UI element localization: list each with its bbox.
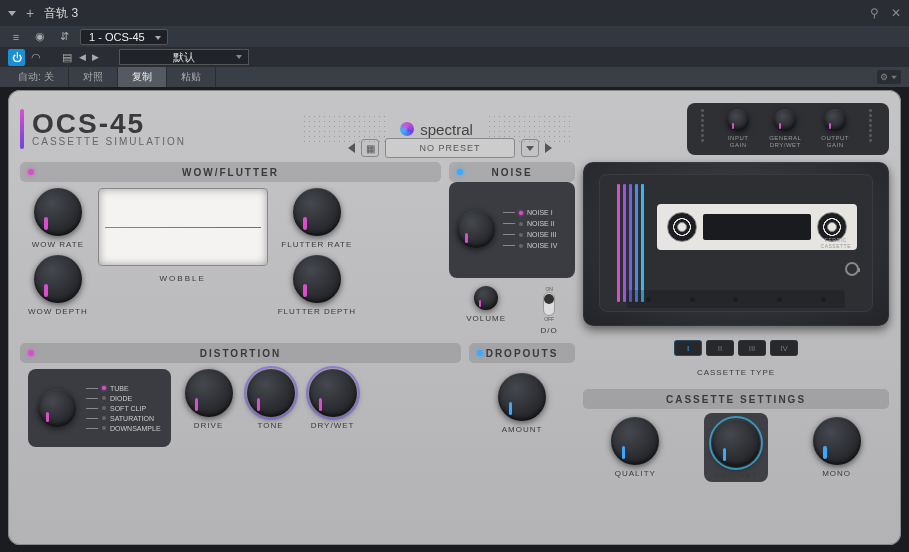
add-icon[interactable]: + (26, 5, 34, 21)
section-noise: NOISE (449, 162, 575, 182)
track-title: 音轨 3 (44, 5, 78, 22)
preset-prev-button[interactable] (348, 143, 355, 153)
io-panel: INPUT GAIN GENERAL DRY/WET OUTPUT GAIN (687, 103, 889, 154)
wobble-label: WOBBLE (160, 274, 206, 283)
noise-type-knob[interactable] (457, 210, 495, 248)
noise-off-label: OFF (544, 316, 554, 322)
preset-save-icon[interactable]: ▦ (361, 139, 379, 157)
wobble-display (98, 188, 268, 266)
plugin-subtitle: CASSETTE SIMULATION (32, 136, 186, 147)
plugin-slot-dropdown[interactable]: 1 - OCS-45 (80, 29, 168, 45)
cs-drywet-knob[interactable] (712, 419, 760, 467)
quality-label: QUALITY (615, 469, 656, 478)
mono-label: MONO (822, 469, 851, 478)
daw-toolbar-auto: 自动: 关 对照 复制 粘贴 ⚙ (0, 67, 909, 87)
dist-drywet-label: DRY/WET (311, 421, 355, 430)
wow-rate-knob[interactable] (34, 188, 82, 236)
distortion-type-list: TUBE DIODE SOFT CLIP SATURATION DOWNSAMP… (86, 385, 161, 432)
flutter-depth-knob[interactable] (293, 255, 341, 303)
target-icon[interactable]: ◉ (32, 29, 48, 45)
section-dropouts: DROPOUTS (469, 343, 575, 363)
output-gain-knob[interactable] (824, 109, 846, 131)
plugin-logo: OCS-45 CASSETTE SIMULATION (20, 109, 186, 149)
preset-list-icon[interactable]: ▤ (59, 49, 75, 65)
cassette-graphic: FERRIC CASSETTE (583, 162, 889, 326)
reel-left-icon (667, 212, 697, 242)
flutter-rate-label: FLUTTER RATE (281, 240, 352, 249)
noise-volume-knob[interactable] (474, 286, 498, 310)
prev-preset-icon[interactable]: ◀ (79, 52, 86, 62)
gear-icon: ⚙ (880, 72, 888, 82)
daw-toolbar-slot: ≡ ◉ ⇵ 1 - OCS-45 (0, 26, 909, 47)
close-icon[interactable]: ✕ (891, 6, 901, 20)
tab-copy[interactable]: 复制 (118, 67, 167, 87)
plugin-name: OCS-45 (32, 111, 186, 136)
pin-icon[interactable]: ⚲ (870, 6, 879, 20)
daw-titlebar: + 音轨 3 ⚲ ✕ (0, 0, 909, 26)
noise-type-list: NOISE I NOISE II NOISE III NOISE IV (503, 209, 557, 249)
general-drywet-label: GENERAL DRY/WET (769, 135, 801, 148)
next-preset-icon[interactable]: ▶ (92, 52, 99, 62)
tab-paste[interactable]: 粘贴 (167, 67, 216, 87)
automation-label: 自动: 关 (4, 67, 69, 87)
daw-toolbar-preset: ⏻ ◠ ▤ ◀ ▶ 默认 (0, 47, 909, 67)
wow-depth-knob[interactable] (34, 255, 82, 303)
wow-rate-label: WOW RATE (32, 240, 84, 249)
routing-icon[interactable]: ⇵ (56, 29, 72, 45)
input-gain-knob[interactable] (727, 109, 749, 131)
cassette-type-1[interactable]: I (674, 340, 702, 356)
section-cassette-settings: CASSETTE SETTINGS (583, 389, 889, 409)
distortion-type-knob[interactable] (38, 389, 76, 427)
refresh-icon (845, 262, 859, 276)
tone-knob[interactable] (247, 369, 295, 417)
dropouts-amount-knob[interactable] (498, 373, 546, 421)
preset-display[interactable]: NO PRESET (385, 138, 515, 158)
cassette-type-label: CASSETTE TYPE (583, 368, 889, 377)
plugin-panel: OCS-45 CASSETTE SIMULATION spectral INPU… (8, 90, 901, 545)
quality-knob[interactable] (611, 417, 659, 465)
general-drywet-knob[interactable] (774, 109, 796, 131)
preset-next-button[interactable] (545, 143, 552, 153)
bars-icon[interactable]: ≡ (8, 29, 24, 45)
drive-knob[interactable] (185, 369, 233, 417)
dropouts-amount-label: AMOUNT (502, 425, 543, 434)
output-gain-label: OUTPUT GAIN (821, 135, 849, 148)
section-distortion: DISTORTION (20, 343, 461, 363)
input-gain-label: INPUT GAIN (728, 135, 749, 148)
mono-knob[interactable] (813, 417, 861, 465)
noise-do-label: D/O (541, 326, 558, 335)
settings-dropdown[interactable]: ⚙ (877, 70, 901, 84)
tab-compare[interactable]: 对照 (69, 67, 118, 87)
section-wowflutter: WOW/FLUTTER (20, 162, 441, 182)
cassette-type-4[interactable]: IV (770, 340, 798, 356)
dist-drywet-knob[interactable] (309, 369, 357, 417)
drive-label: DRIVE (194, 421, 223, 430)
noise-volume-label: VOLUME (466, 314, 506, 323)
wow-depth-label: WOW DEPTH (28, 307, 88, 316)
tone-label: TONE (258, 421, 284, 430)
ab-icon[interactable]: ◠ (29, 49, 43, 65)
cassette-type-buttons: I II III IV (583, 340, 889, 356)
track-menu-icon[interactable] (8, 11, 16, 16)
preset-mode-dropdown[interactable]: 默认 (119, 49, 249, 65)
cassette-type-2[interactable]: II (706, 340, 734, 356)
preset-menu-button[interactable] (521, 139, 539, 157)
cassette-ferric-label: FERRIC CASSETTE (821, 238, 851, 249)
power-button[interactable]: ⏻ (8, 49, 25, 66)
brand-label: spectral (400, 121, 473, 138)
cassette-type-3[interactable]: III (738, 340, 766, 356)
brand-icon (400, 122, 414, 136)
chevron-down-icon (891, 75, 897, 79)
flutter-rate-knob[interactable] (293, 188, 341, 236)
flutter-depth-label: FLUTTER DEPTH (278, 307, 356, 316)
cs-drywet-label: DRY/WET (714, 471, 758, 480)
noise-do-toggle[interactable] (543, 292, 555, 316)
